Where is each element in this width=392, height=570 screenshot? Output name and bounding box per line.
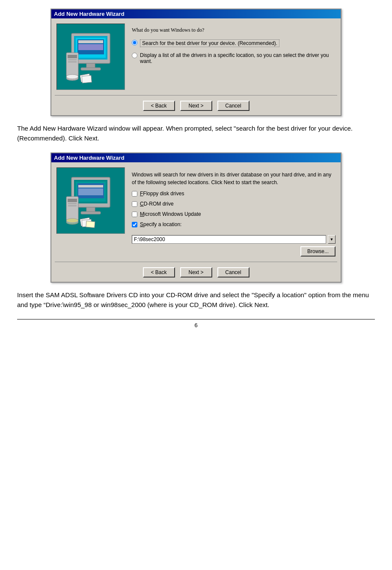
dialog2-cancel-button[interactable]: Cancel [217,267,249,278]
dialog1-option2-label: Display a list of all the drivers in a s… [140,52,336,64]
instruction2-text: Insert the SAM ADSL Software Drivers CD … [17,290,375,310]
checkbox-floppy[interactable] [132,191,137,197]
svg-rect-10 [68,59,77,60]
checkbox4-label: Specify a location: [140,221,181,227]
dialog1-options: What do you want Windows to do? Search f… [132,24,336,90]
dialog2-titlebar: Add New Hardware Wizard [51,153,341,162]
dialog2-checkbox4: Specify a location: [132,221,336,227]
computer-illustration [63,29,119,85]
dialog2-image [56,167,125,234]
svg-rect-34 [86,221,95,228]
dialog1-cancel-button[interactable]: Cancel [217,101,249,111]
checkbox-windows-update[interactable] [132,212,137,217]
dialog2-checkbox3: Microsoft Windows Update [132,211,336,217]
svg-rect-4 [78,40,103,43]
page-footer: 6 [17,319,375,328]
computer-illustration-2 [63,173,119,229]
checkbox2-label: CD-ROM drive [140,201,174,207]
dialog1-option1-label: Search for the best driver for your devi… [140,39,279,47]
dialog2-content: Windows will search for new drivers in i… [51,162,341,260]
dialog1: Add New Hardware Wizard [50,9,342,116]
dialog2-back-button[interactable]: < Back [143,267,175,278]
checkbox-specify-location[interactable] [132,222,137,227]
svg-rect-28 [68,205,77,206]
dialog1-next-button[interactable]: Next > [180,101,212,111]
dialog2-buttons: < Back Next > Cancel [51,264,341,282]
cdrom-underline: C [140,201,144,207]
specify-underline: S [140,221,143,227]
ms-underline: M [140,211,144,217]
radio-display-list[interactable] [132,53,137,58]
dialog2-checkbox1: FFloppy disk drives [132,191,336,197]
svg-point-31 [66,218,78,223]
dialog2: Add New Hardware Wizard [50,152,342,283]
radio-search-best[interactable] [132,40,137,45]
svg-rect-16 [82,75,92,83]
svg-rect-26 [68,199,77,202]
svg-rect-5 [78,44,103,50]
dialog1-title: Add New Hardware Wizard [54,11,125,17]
dialog1-titlebar: Add New Hardware Wizard [51,9,341,18]
browse-button[interactable]: Browse... [300,246,336,257]
svg-rect-6 [86,63,95,68]
dialog2-checkbox2: CD-ROM drive [132,201,336,207]
location-dropdown-button[interactable]: ▼ [328,235,336,244]
dialog2-separator [55,262,337,262]
svg-rect-11 [68,61,77,63]
dialog1-option2: Display a list of all the drivers in a s… [132,52,336,64]
svg-rect-27 [68,203,77,204]
dialog2-description: Windows will search for new drivers in i… [132,171,336,186]
dialog1-content: What do you want Windows to do? Search f… [51,18,341,93]
dialog1-back-button[interactable]: < Back [143,101,175,111]
dialog1-buttons: < Back Next > Cancel [51,97,341,115]
location-row: ▼ [132,235,336,244]
svg-rect-24 [81,212,101,214]
svg-rect-23 [86,207,95,212]
dialog1-body: What do you want Windows to do? Search f… [51,18,341,115]
instruction1-text: The Add New Hardware Wizard window will … [17,124,375,143]
dialog2-next-button[interactable]: Next > [180,267,212,278]
dialog2-title: Add New Hardware Wizard [54,155,125,161]
dialog1-option1: Search for the best driver for your devi… [132,39,336,47]
dialog2-options: Windows will search for new drivers in i… [132,167,336,257]
checkbox-cdrom[interactable] [132,201,137,207]
dialog1-image [56,24,125,90]
svg-point-14 [66,75,78,79]
page-number: 6 [194,322,197,328]
dialog2-body: Windows will search for new drivers in i… [51,162,341,282]
dialog1-question: What do you want Windows to do? [132,27,336,33]
location-section: ▼ Browse... [132,233,336,257]
checkbox3-label: Microsoft Windows Update [140,211,201,217]
svg-rect-21 [78,185,103,188]
location-input[interactable] [132,235,326,244]
svg-rect-9 [68,55,77,58]
dialog1-separator [55,95,337,95]
svg-rect-7 [81,68,101,70]
svg-rect-22 [78,188,103,195]
checkbox1-label: FFloppy disk drives [140,191,184,197]
